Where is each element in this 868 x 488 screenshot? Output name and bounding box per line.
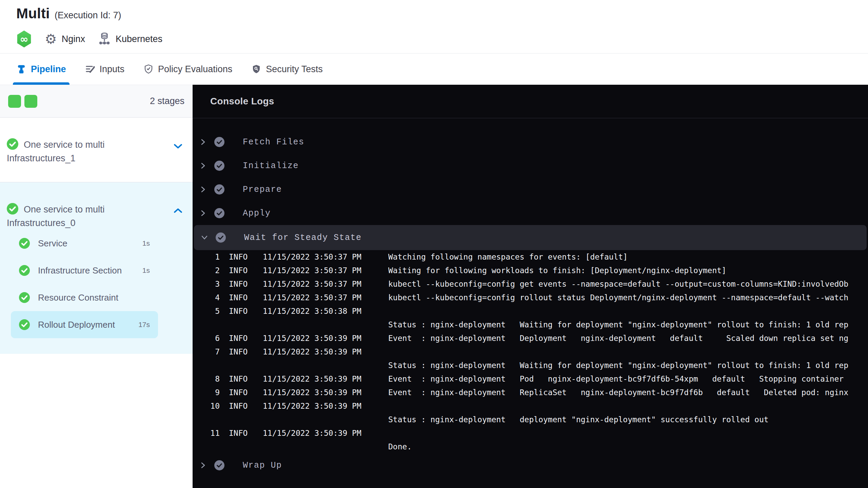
console-step-fetch-files[interactable]: Fetch Files — [193, 130, 868, 154]
success-check-icon — [19, 292, 30, 303]
log-line: 11INFO11/15/2022 3:50:39 PM — [193, 426, 868, 440]
log-message: Done. — [388, 440, 868, 453]
log-timestamp — [263, 359, 362, 372]
console-step-label: Wrap Up — [243, 461, 282, 470]
log-level — [229, 318, 254, 331]
log-line-number — [193, 318, 220, 331]
log-level: INFO — [229, 277, 254, 291]
console-logs-header: Console Logs — [193, 85, 868, 118]
log-level: INFO — [229, 331, 254, 345]
log-message: Event : nginx-deployment Pod nginx-deplo… — [388, 372, 868, 386]
step-rollout-deployment[interactable]: Rollout Deployment17s — [11, 311, 158, 338]
execution-id: (Execution Id: 7) — [55, 10, 121, 21]
log-timestamp: 11/15/2022 3:50:37 PM — [263, 291, 362, 304]
log-message: Event : nginx-deployment Deployment ngin… — [388, 331, 868, 345]
step-success-icon — [214, 184, 224, 195]
log-line-number: 4 — [193, 291, 220, 304]
tab-policy-evaluations[interactable]: Policy Evaluations — [140, 54, 236, 85]
console-step-label: Apply — [243, 208, 271, 218]
log-message: Watching following namespaces for events… — [388, 250, 868, 264]
log-timestamp: 11/15/2022 3:50:37 PM — [263, 250, 362, 264]
log-level: INFO — [229, 291, 254, 304]
log-timestamp — [263, 440, 362, 453]
log-level: INFO — [229, 372, 254, 386]
log-line-number: 8 — [193, 372, 220, 386]
step-success-icon — [214, 460, 224, 470]
step-label: Rollout Deployment — [38, 320, 115, 330]
console-section-fetch-files: Fetch Files — [193, 130, 868, 154]
tab-inputs[interactable]: Inputs — [82, 54, 128, 85]
log-level — [229, 440, 254, 453]
step-infrastructure-section[interactable]: Infrastructure Section1s — [11, 257, 158, 284]
stage-list: One service to multi Infrastructures_1On… — [0, 118, 193, 354]
console-section-prepare: Prepare — [193, 178, 868, 201]
log-level: INFO — [229, 250, 254, 264]
log-line: 10INFO11/15/2022 3:50:39 PM — [193, 399, 868, 413]
log-line-number: 2 — [193, 264, 220, 277]
console-logs-title: Console Logs — [210, 96, 274, 107]
gear-icon: ⚙ — [45, 32, 57, 46]
console-step-apply[interactable]: Apply — [193, 201, 868, 225]
stages-sidebar: 2 stages One service to multi Infrastruc… — [0, 85, 193, 488]
step-label: Service — [38, 238, 67, 249]
chevron-up-icon[interactable] — [173, 207, 183, 216]
log-message: Waiting for following workloads to finis… — [388, 264, 868, 277]
log-timestamp: 11/15/2022 3:50:39 PM — [263, 399, 362, 413]
stage-card-one-service-to-multi-infrastructures-0[interactable]: One service to multi Infrastructures_0Se… — [0, 182, 193, 354]
tab-label: Pipeline — [31, 64, 66, 75]
console-step-wait-for-steady-state[interactable]: Wait for Steady State — [194, 225, 867, 250]
step-duration: 1s — [142, 239, 150, 247]
log-level: INFO — [229, 399, 254, 413]
log-line: 5INFO11/15/2022 3:50:38 PM — [193, 304, 868, 318]
step-duration: 1s — [142, 266, 150, 274]
log-timestamp: 11/15/2022 3:50:37 PM — [263, 277, 362, 291]
log-line: 9INFO11/15/2022 3:50:39 PMEvent : nginx-… — [193, 386, 868, 399]
log-line: 8INFO11/15/2022 3:50:39 PMEvent : nginx-… — [193, 372, 868, 386]
log-message: kubectl --kubeconfig=config rollout stat… — [388, 291, 868, 304]
log-level: INFO — [229, 426, 254, 440]
log-message: kubectl --kubeconfig=config get events -… — [388, 277, 868, 291]
log-message: Status : nginx-deployment Waiting for de… — [388, 359, 868, 372]
tab-label: Inputs — [100, 64, 125, 75]
tab-pipeline[interactable]: Pipeline — [13, 54, 70, 85]
success-check-icon — [7, 203, 18, 215]
stage-card-one-service-to-multi-infrastructures-1[interactable]: One service to multi Infrastructures_1 — [0, 118, 193, 182]
console-step-label: Fetch Files — [243, 137, 304, 147]
log-line: Status : nginx-deployment deployment "ng… — [193, 413, 868, 426]
console-step-wrap-up[interactable]: Wrap Up — [193, 453, 868, 477]
log-line-number: 5 — [193, 304, 220, 318]
log-line-number: 1 — [193, 250, 220, 264]
chevron-right-icon[interactable] — [199, 162, 208, 169]
pipeline-icon — [16, 64, 26, 74]
stage-status-square — [8, 95, 21, 108]
chevron-right-icon[interactable] — [199, 186, 208, 193]
log-line-number: 3 — [193, 277, 220, 291]
tab-security-tests[interactable]: Security Tests — [248, 54, 326, 85]
log-line: Status : nginx-deployment Waiting for de… — [193, 318, 868, 331]
log-line-number — [193, 440, 220, 453]
step-resource-constraint[interactable]: Resource Constraint — [11, 284, 158, 311]
chevron-down-icon[interactable] — [173, 143, 183, 151]
log-line: 3INFO11/15/2022 3:50:37 PMkubectl --kube… — [193, 277, 868, 291]
log-line-number: 11 — [193, 426, 220, 440]
log-line: Done. — [193, 440, 868, 453]
log-line: 4INFO11/15/2022 3:50:37 PMkubectl --kube… — [193, 291, 868, 304]
step-service[interactable]: Service1s — [11, 230, 158, 257]
log-timestamp: 11/15/2022 3:50:39 PM — [263, 386, 362, 399]
stage-name: One service to multi Infrastructures_0 — [7, 203, 162, 230]
log-level: INFO — [229, 345, 254, 359]
log-level: INFO — [229, 304, 254, 318]
chevron-right-icon[interactable] — [199, 462, 208, 469]
chevron-down-icon[interactable] — [200, 234, 209, 241]
log-level — [229, 413, 254, 426]
chevron-right-icon[interactable] — [199, 209, 208, 217]
log-timestamp: 11/15/2022 3:50:39 PM — [263, 372, 362, 386]
execution-header: Multi (Execution Id: 7) ∞ ⚙ Nginx — [0, 0, 868, 54]
service-chip: ⚙ Nginx — [45, 32, 85, 46]
console-step-initialize[interactable]: Initialize — [193, 154, 868, 178]
console-step-prepare[interactable]: Prepare — [193, 178, 868, 201]
deploy-stage-hexagon-icon: ∞ — [16, 30, 32, 47]
step-list: Service1sInfrastructure Section1sResourc… — [7, 230, 162, 354]
chevron-right-icon[interactable] — [199, 138, 208, 146]
log-level: INFO — [229, 386, 254, 399]
